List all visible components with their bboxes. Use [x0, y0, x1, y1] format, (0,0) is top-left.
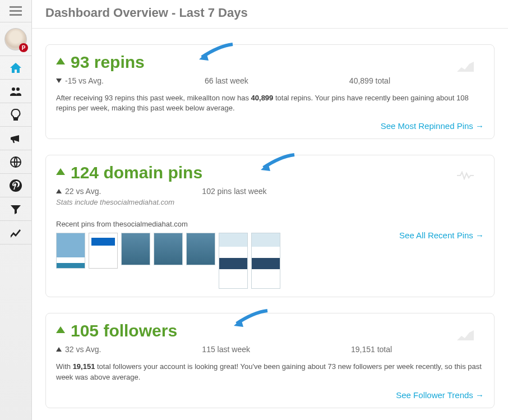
main-content: Dashboard Overview - Last 7 Days 93 repi… [32, 0, 508, 420]
followers-total: 19,151 total [351, 345, 392, 354]
nav-announce[interactable] [0, 127, 31, 150]
spark-chart-icon [457, 329, 474, 340]
pin-thumbnails [56, 233, 280, 289]
svg-rect-0 [10, 6, 22, 8]
domain-last-week: 102 pins last week [202, 187, 266, 196]
menu-toggle[interactable] [0, 0, 31, 22]
hamburger-icon [10, 6, 22, 16]
pinterest-icon [9, 179, 22, 192]
repins-vs-avg: -15 vs Avg. [56, 76, 104, 85]
up-caret-icon [56, 189, 62, 193]
pin-thumb[interactable] [121, 233, 150, 265]
pinterest-badge-icon: P [19, 43, 28, 52]
followers-description: With 19,151 total followers your account… [56, 362, 484, 382]
pin-thumb[interactable] [219, 233, 248, 289]
repins-total: 40,899 total [349, 76, 390, 85]
trend-up-icon [56, 58, 65, 64]
recent-pins-label: Recent pins from thesocialmediahat.com [56, 220, 484, 228]
pulse-icon [457, 171, 474, 180]
avatar-container[interactable]: P [0, 22, 31, 56]
pin-thumb[interactable] [251, 233, 280, 289]
domain-subtext: Stats include thesocialmediahat.com [56, 198, 484, 206]
spark-chart-icon [457, 61, 474, 72]
trend-up-icon [56, 168, 65, 175]
trend-up-icon [56, 326, 65, 333]
funnel-icon [9, 202, 22, 216]
home-icon [9, 61, 22, 75]
globe-icon [9, 155, 22, 169]
repins-last-week: 66 last week [205, 76, 248, 85]
people-icon [9, 85, 22, 98]
pin-thumb[interactable] [89, 233, 118, 269]
followers-last-week: 115 last week [202, 345, 250, 354]
lightbulb-icon [9, 108, 22, 122]
repins-card: 93 repins -15 vs Avg. 66 last week 40,89… [45, 44, 495, 139]
followers-vs-avg: 32 vs Avg. [56, 345, 101, 354]
nav-people[interactable] [0, 80, 31, 103]
nav-pinterest[interactable] [0, 174, 31, 197]
trend-icon [9, 226, 22, 239]
megaphone-icon [9, 132, 22, 145]
nav-world[interactable] [0, 150, 31, 174]
domain-pins-card: 124 domain pins 22 vs Avg. 102 pins last… [45, 155, 495, 297]
pin-thumb[interactable] [56, 233, 85, 269]
repins-description: After receiving 93 repins this past week… [56, 93, 484, 113]
domain-metric: 124 domain pins [71, 163, 202, 182]
up-caret-icon [56, 347, 62, 352]
repins-metric: 93 repins [71, 53, 145, 72]
nav-filter[interactable] [0, 197, 31, 221]
see-recent-pins-link[interactable]: See All Recent Pins → [399, 230, 484, 240]
page-title: Dashboard Overview - Last 7 Days [45, 6, 495, 20]
down-caret-icon [56, 79, 62, 83]
header: Dashboard Overview - Last 7 Days [32, 0, 508, 29]
svg-rect-1 [10, 10, 22, 12]
svg-rect-2 [10, 14, 22, 16]
see-repinned-link[interactable]: See Most Repinned Pins → [56, 121, 484, 131]
domain-vs-avg: 22 vs Avg. [56, 187, 101, 196]
sidebar: P [0, 0, 32, 420]
pin-thumb[interactable] [186, 233, 215, 265]
followers-card: 105 followers 32 vs Avg. 115 last week 1… [45, 313, 495, 408]
followers-metric: 105 followers [71, 321, 177, 340]
nav-trends[interactable] [0, 221, 31, 244]
nav-home[interactable] [0, 56, 31, 80]
nav-insights[interactable] [0, 103, 31, 127]
pin-thumb[interactable] [154, 233, 183, 265]
see-follower-trends-link[interactable]: See Follower Trends → [56, 390, 484, 400]
